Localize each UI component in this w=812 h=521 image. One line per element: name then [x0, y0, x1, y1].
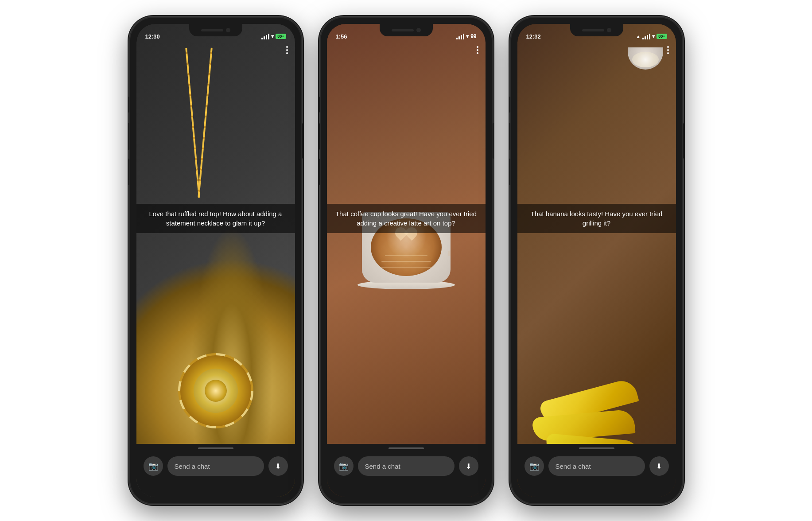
chat-input-2[interactable]: Send a chat	[358, 456, 455, 476]
camera-button-2[interactable]: 📷	[334, 456, 354, 476]
bottom-controls-3: 📷 Send a chat ⬇	[517, 451, 676, 476]
snap-bottom-1: 📷 Send a chat ⬇	[136, 444, 295, 497]
phone-screen-1: 12:30 ▾ 80+	[136, 24, 295, 497]
dot-7	[667, 46, 669, 48]
dot-5	[477, 49, 478, 51]
time-3: 12:32	[526, 33, 541, 40]
brooch-center	[205, 380, 227, 402]
phone-shell-1: 12:30 ▾ 80+	[129, 17, 302, 504]
vol-down-button-1[interactable]	[128, 159, 129, 185]
vol-up-button-2[interactable]	[318, 123, 320, 150]
power-button-2[interactable]	[493, 123, 494, 159]
snap-image-1: Love that ruffled red top! How about add…	[136, 24, 295, 497]
more-options-1[interactable]	[286, 46, 288, 54]
home-indicator-1	[198, 447, 233, 449]
status-right-1: ▾ 80+	[261, 33, 286, 39]
wifi-icon-3: ▾	[652, 33, 655, 39]
dot-8	[667, 49, 669, 51]
home-indicator-2	[389, 447, 424, 449]
speaker-2	[392, 29, 414, 31]
front-camera-3	[607, 28, 611, 32]
download-button-1[interactable]: ⬇	[268, 456, 288, 476]
download-icon-3: ⬇	[656, 462, 662, 470]
power-button-1[interactable]	[302, 123, 304, 159]
snap-content-2: That coffee cup looks great! Have you ev…	[327, 24, 486, 497]
sig-bar-2b	[458, 36, 460, 39]
camera-icon-2: 📷	[339, 461, 349, 471]
sig-bar-2c	[645, 36, 646, 39]
sig-bar-4b	[463, 34, 464, 39]
sig-bar-1	[261, 38, 263, 39]
chat-input-3[interactable]: Send a chat	[548, 456, 645, 476]
front-camera-1	[226, 28, 230, 32]
status-left-3: 12:32	[526, 33, 541, 40]
power-button-3[interactable]	[683, 123, 685, 159]
more-options-2[interactable]	[477, 46, 478, 54]
sig-bar-4c	[649, 34, 650, 39]
wifi-icon-1: ▾	[271, 33, 274, 39]
home-indicator-3	[579, 447, 614, 449]
dot-9	[667, 52, 669, 54]
snap-content-3: That banana looks tasty! Have you ever t…	[517, 24, 676, 497]
sig-bar-1c	[642, 38, 644, 39]
camera-button-3[interactable]: 📷	[524, 456, 544, 476]
phone-2: 1:56 ▾ 99	[320, 17, 493, 504]
sig-bar-4	[268, 34, 269, 39]
phone-shell-2: 1:56 ▾ 99	[320, 17, 493, 504]
front-camera-2	[416, 28, 421, 32]
snap-image-3: That banana looks tasty! Have you ever t…	[517, 24, 676, 497]
caption-1: Love that ruffled red top! How about add…	[136, 204, 295, 233]
download-button-2[interactable]: ⬇	[459, 456, 478, 476]
signal-3	[642, 34, 650, 39]
vol-down-button-3[interactable]	[509, 159, 510, 185]
chat-input-1[interactable]: Send a chat	[167, 456, 264, 476]
download-button-3[interactable]: ⬇	[649, 456, 669, 476]
snap-bottom-2: 📷 Send a chat ⬇	[327, 444, 486, 497]
mute-button-3[interactable]	[509, 97, 510, 113]
more-options-3[interactable]	[667, 46, 669, 54]
camera-icon-1: 📷	[148, 461, 158, 471]
time-2: 1:56	[336, 33, 347, 40]
dot-3	[286, 52, 288, 54]
mute-button-1[interactable]	[128, 97, 129, 113]
vol-up-button-3[interactable]	[509, 123, 510, 150]
phone-shell-3: 12:32 ▲ ▾ 80+	[510, 17, 683, 504]
phones-container: 12:30 ▾ 80+	[120, 8, 692, 513]
sig-bar-3b	[461, 35, 462, 39]
brooch-1	[180, 355, 251, 426]
bowl	[628, 47, 663, 74]
mute-button-2[interactable]	[318, 97, 320, 113]
speaker-1	[201, 29, 223, 31]
signal-1	[261, 34, 269, 39]
swirl-1	[378, 267, 435, 268]
notch-2	[380, 24, 433, 36]
notch-1	[189, 24, 242, 36]
phone-3: 12:32 ▲ ▾ 80+	[510, 17, 683, 504]
time-1: 12:30	[145, 33, 160, 40]
battery-1: 80+	[276, 34, 286, 39]
snap-image-2: That coffee cup looks great! Have you ev…	[327, 24, 486, 497]
signal-2	[456, 34, 464, 39]
snap-content-1: Love that ruffled red top! How about add…	[136, 24, 295, 497]
wifi-icon-2: ▾	[466, 33, 469, 39]
battery-2: 99	[470, 33, 476, 39]
chain-1	[185, 48, 200, 198]
phone-screen-3: 12:32 ▲ ▾ 80+	[517, 24, 676, 497]
phone-1: 12:30 ▾ 80+	[129, 17, 302, 504]
vol-down-button-2[interactable]	[318, 159, 320, 185]
camera-button-1[interactable]: 📷	[144, 456, 163, 476]
location-icon-3: ▲	[636, 34, 641, 39]
notch-3	[570, 24, 623, 36]
dot-2	[286, 49, 288, 51]
download-icon-1: ⬇	[275, 462, 281, 470]
status-right-2: ▾ 99	[456, 33, 476, 39]
status-right-3: ▲ ▾ 80+	[636, 33, 667, 39]
sig-bar-3c	[647, 35, 648, 39]
phone-screen-2: 1:56 ▾ 99	[327, 24, 486, 497]
dot-1	[286, 46, 288, 48]
sig-bar-3	[266, 35, 267, 39]
download-icon-2: ⬇	[466, 462, 471, 470]
chain-2	[198, 48, 213, 198]
vol-up-button-1[interactable]	[128, 123, 129, 150]
dot-4	[477, 46, 478, 48]
